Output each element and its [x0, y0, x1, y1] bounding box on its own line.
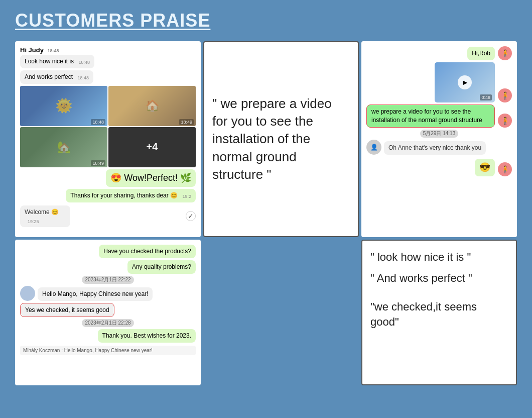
- contact-avatar-2: [20, 286, 35, 301]
- play-button[interactable]: ▶: [458, 75, 472, 89]
- image-grid: 🌞 18:48 🏠 18:49 🏡 18:49 +4: [20, 86, 196, 167]
- quote-panel-bottom: " look how nice it is " " And works perf…: [361, 240, 517, 385]
- house-roof-img: 🏡 18:49: [20, 127, 107, 167]
- contact-avatar: 👤: [366, 140, 381, 155]
- msg-yes-checked: Yes we checked, it seems good: [20, 303, 196, 318]
- msg-emoji-bottom: 😎 🧍: [366, 159, 512, 176]
- chat-panel-top-left: Hi Judy 18:48 Look how nice it is 18:48 …: [15, 41, 201, 237]
- solar-panel-img: 🌞 18:48: [20, 86, 107, 126]
- msg-quality: Any quality problems?: [20, 260, 196, 274]
- avatar-rob: 🧍: [498, 46, 512, 60]
- avatar-anne: 🧍: [498, 114, 512, 128]
- video-message: ▶ 0:48 🧍: [366, 62, 512, 102]
- msg-thanks: Thanks for your sharing, thanks dear 😊 1…: [20, 189, 196, 202]
- main-grid: Hi Judy 18:48 Look how nice it is 18:48 …: [15, 41, 517, 385]
- msg-welcome: Welcome 😊 19:25: [20, 205, 79, 228]
- msg-works-perfect: And works perfect 18:48: [20, 70, 196, 84]
- msg-look-nice: Look how nice it is 18:48: [20, 55, 196, 68]
- msg-reply-anne: 👤 Oh Anne that's very nice thank you: [366, 140, 512, 155]
- bottom-right-area: " look how nice it is " " And works perf…: [203, 240, 517, 385]
- chat-panel-top-right: Hi,Rob 🧍 ▶ 0:48 🧍: [361, 41, 517, 237]
- page-container: CUSTOMERS PRAISE Hi Judy 18:48 Look how …: [15, 10, 517, 385]
- check-circle-icon: ✓: [186, 211, 196, 221]
- more-images: +4: [108, 127, 196, 167]
- msg-wow-perfect: 😍 Wow!Perfect! 🌿: [20, 169, 196, 187]
- msg-thank-you: Thank you. Best wishes for 2023.: [20, 329, 196, 343]
- footer-text: Mihály Koczman : Hello Mango, Happy Chin…: [20, 346, 196, 355]
- msg-hello-mango: Hello Mango, Happy Chinese new year!: [20, 286, 196, 301]
- msg-highlighted: we prepare a video for you to see the in…: [366, 104, 512, 128]
- video-placeholder: ▶ 0:48: [435, 62, 495, 102]
- avatar-sender: 🧍: [498, 88, 512, 102]
- chat-panel-bottom-left: Have you checked the products? Any quali…: [15, 240, 201, 385]
- page-title: CUSTOMERS PRAISE: [15, 10, 517, 31]
- top-right-area: Hi,Rob 🧍 ▶ 0:48 🧍: [203, 41, 517, 237]
- msg-checked-products: Have you checked the products?: [20, 245, 196, 258]
- bottom-row: Welcome 😊 19:25 ✓: [20, 205, 196, 228]
- chat-name-judy: Hi Judy 18:48: [20, 46, 196, 54]
- avatar-bottom: 🧍: [498, 162, 512, 176]
- roof-panel-img: 🏠 18:49: [108, 86, 196, 126]
- quote-panel-top: " we prepare a video for you to see the …: [203, 41, 359, 237]
- msg-hi-rob: Hi,Rob 🧍: [366, 46, 512, 60]
